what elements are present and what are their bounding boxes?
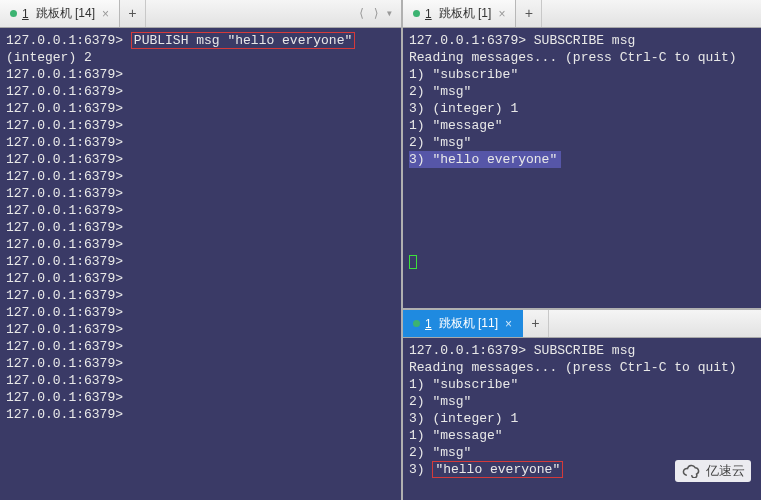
add-tab-button[interactable]: + bbox=[120, 0, 146, 27]
tabbar-left: 1 跳板机 [14] × + ⟨ ⟩ ▾ bbox=[0, 0, 401, 28]
tab-left[interactable]: 1 跳板机 [14] × bbox=[0, 0, 120, 27]
close-icon[interactable]: × bbox=[102, 7, 109, 21]
terminal-right-top[interactable]: 127.0.0.1:6379> SUBSCRIBE msgReading mes… bbox=[403, 28, 761, 308]
pane-right-top: 1 跳板机 [1] × + 127.0.0.1:6379> SUBSCRIBE … bbox=[403, 0, 761, 310]
tab-tools: ⟨ ⟩ ▾ bbox=[350, 0, 401, 27]
add-tab-button[interactable]: + bbox=[516, 0, 542, 27]
watermark-text: 亿速云 bbox=[706, 462, 745, 480]
tab-num: 1 bbox=[425, 7, 432, 21]
status-dot-icon bbox=[10, 10, 17, 17]
tab-scroll-icon[interactable]: ⟨ ⟩ bbox=[358, 6, 380, 21]
split-root: 1 跳板机 [14] × + ⟨ ⟩ ▾ 127.0.0.1:6379> PUB… bbox=[0, 0, 761, 500]
tab-num: 1 bbox=[425, 317, 432, 331]
watermark: 亿速云 bbox=[675, 460, 751, 482]
tab-title: 跳板机 [11] bbox=[439, 315, 498, 332]
tab-title: 跳板机 [1] bbox=[439, 5, 492, 22]
pane-right: 1 跳板机 [1] × + 127.0.0.1:6379> SUBSCRIBE … bbox=[403, 0, 761, 500]
status-dot-icon bbox=[413, 320, 420, 327]
tab-right-bottom[interactable]: 1 跳板机 [11] × bbox=[403, 310, 523, 337]
terminal-left[interactable]: 127.0.0.1:6379> PUBLISH msg "hello every… bbox=[0, 28, 401, 500]
close-icon[interactable]: × bbox=[498, 7, 505, 21]
close-icon[interactable]: × bbox=[505, 317, 512, 331]
tab-menu-icon[interactable]: ▾ bbox=[386, 6, 393, 21]
add-tab-button[interactable]: + bbox=[523, 310, 549, 337]
tabbar-right-bottom: 1 跳板机 [11] × + bbox=[403, 310, 761, 338]
tabbar-right-top: 1 跳板机 [1] × + bbox=[403, 0, 761, 28]
tab-right-top[interactable]: 1 跳板机 [1] × bbox=[403, 0, 516, 27]
tab-num: 1 bbox=[22, 7, 29, 21]
pane-left: 1 跳板机 [14] × + ⟨ ⟩ ▾ 127.0.0.1:6379> PUB… bbox=[0, 0, 403, 500]
tab-title: 跳板机 [14] bbox=[36, 5, 95, 22]
status-dot-icon bbox=[413, 10, 420, 17]
cloud-icon bbox=[681, 464, 701, 478]
